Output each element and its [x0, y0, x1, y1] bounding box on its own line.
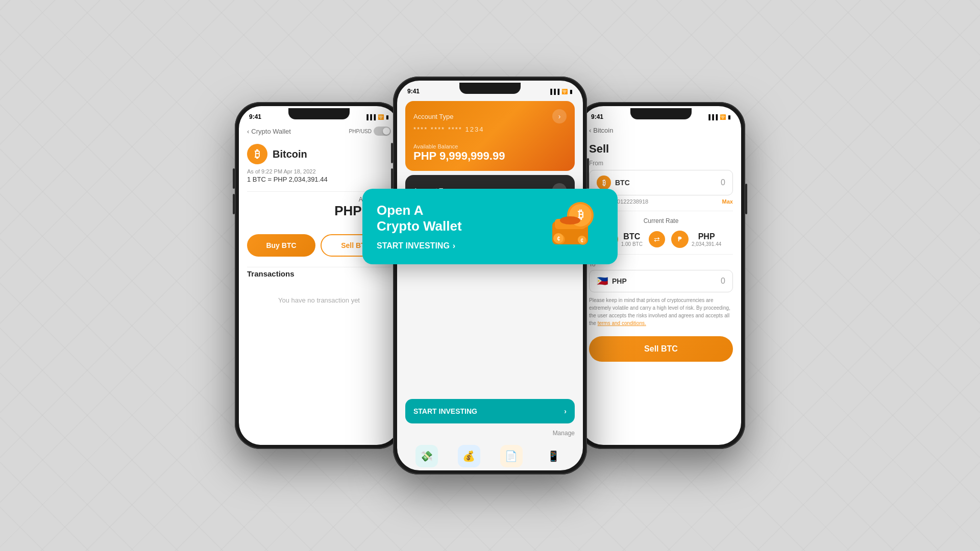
sell-btc-button-right[interactable]: Sell BTC [589, 336, 733, 362]
back-button-left[interactable]: ‹ Crypto Wallet [247, 128, 291, 135]
quick-actions: 💸 SendMoney 💰 ReceiveMoney 📄 PayBills [405, 441, 575, 470]
signal-icon-r: ▐▐▐ [707, 114, 718, 120]
wifi-icon: 🛜 [378, 114, 384, 120]
bills-icon: 📄 [500, 445, 523, 467]
from-label: From [581, 158, 741, 170]
swap-icon[interactable]: ⇄ [649, 231, 665, 247]
disclaimer-text: Please keep in mind that prices of crypt… [589, 296, 733, 327]
transactions-title: Transactions [247, 269, 391, 278]
right-phone: 9:41 ▐▐▐ 🛜 ▮ ‹ Bitcoin Sell From [577, 102, 745, 449]
btc-input-icon: ₿ [597, 176, 611, 190]
toggle-label: PHP/USD [349, 129, 372, 134]
nav-bar-left: ‹ Crypto Wallet PHP/USD [239, 122, 399, 140]
card1-account-num: **** **** **** 1234 [413, 126, 567, 133]
quick-action-send[interactable]: 💸 SendMoney [415, 445, 438, 470]
terms-link[interactable]: terms and conditions. [598, 320, 646, 326]
status-icons-left: ▐▐▐ 🛜 ▮ [365, 114, 389, 120]
chevron-left-icon-r: ‹ [589, 127, 591, 134]
buy-btc-button[interactable]: Buy BTC [247, 234, 315, 257]
currency-toggle-container[interactable]: PHP/USD [349, 127, 391, 136]
btc-rate: 1 BTC = PHP 2,034,391.44 [239, 176, 399, 189]
orange-card[interactable]: Account Type › **** **** **** 1234 Avail… [405, 101, 575, 171]
quick-action-bills[interactable]: 📄 PayBills [500, 445, 523, 470]
banner-arrow-small: › [564, 407, 567, 415]
center-phone-screen: 9:41 ▐▐▐ 🛜 ▮ Account Type › **** **** **… [397, 81, 583, 470]
status-icons-center: ▐▐▐ 🛜 ▮ [549, 89, 573, 94]
card1-balance-value: PHP 9,999,999.99 [413, 149, 567, 163]
php-input-field[interactable]: 🇵🇭 PHP 0 [589, 270, 733, 292]
center-phone: 9:41 ▐▐▐ 🛜 ▮ Account Type › **** **** **… [393, 77, 587, 474]
btc-icon: ₿ [247, 144, 267, 164]
wifi-icon-r: 🛜 [720, 114, 726, 120]
rate-php: ₱ PHP 2,034,391.44 [671, 231, 721, 248]
load-icon: 📱 [543, 445, 565, 467]
rate-php-label: PHP [692, 232, 721, 241]
banner-bitcoin-icon: ₿ ₵ ₵ [542, 201, 603, 252]
transactions-section: Transactions You have no transaction yet [239, 269, 399, 314]
status-time-center: 9:41 [407, 88, 420, 95]
svg-text:₵: ₵ [557, 236, 560, 241]
left-phone: 9:41 ▐▐▐ 🛜 ▮ ‹ Crypto Wallet PHP/USD [235, 102, 403, 449]
max-button[interactable]: Max [722, 198, 733, 205]
card1-chevron[interactable]: › [552, 109, 567, 123]
rate-php-icon: ₱ [671, 231, 689, 248]
nav-title-right: Bitcoin [593, 127, 613, 134]
nav-bar-right: ‹ Bitcoin [581, 122, 741, 138]
battery-icon-c: ▮ [570, 89, 573, 94]
quick-action-load[interactable]: 📱 BuyLoad [543, 445, 565, 470]
phone-notch-center [459, 83, 521, 94]
php-flag-icon: 🇵🇭 [597, 276, 608, 287]
btc-name: Bitcoin [273, 148, 307, 160]
phone-notch-right [630, 108, 692, 119]
crypto-banner-small[interactable]: START INVESTING › [405, 399, 575, 423]
banner-arrow-icon: › [453, 241, 455, 251]
signal-icon-c: ▐▐▐ [549, 89, 559, 94]
rate-btc-sub: 1.00 BTC [621, 241, 643, 247]
btc-input-value: 0 [721, 178, 725, 187]
battery-icon: ▮ [386, 114, 389, 120]
svg-point-5 [560, 216, 580, 224]
signal-icon: ▐▐▐ [365, 114, 376, 120]
currency-toggle[interactable] [374, 127, 391, 136]
receive-icon: 💰 [458, 445, 480, 467]
chevron-left-icon: ‹ [247, 128, 249, 135]
battery-icon-r: ▮ [728, 114, 731, 120]
btc-date: As of 9:22 PM Apr 18, 2022 [239, 168, 399, 176]
right-phone-screen: 9:41 ▐▐▐ 🛜 ▮ ‹ Bitcoin Sell From [581, 106, 741, 445]
card1-balance-label: Available Balance [413, 143, 567, 149]
quick-action-receive[interactable]: 💰 ReceiveMoney [458, 445, 480, 470]
nav-title-left: Crypto Wallet [251, 128, 291, 135]
left-phone-screen: 9:41 ▐▐▐ 🛜 ▮ ‹ Crypto Wallet PHP/USD [239, 106, 399, 445]
crypto-wallet-banner[interactable]: Open A Crypto Wallet START INVESTING › ₿… [362, 189, 618, 264]
status-time-left: 9:41 [249, 113, 261, 120]
svg-text:₵: ₵ [580, 238, 583, 243]
send-icon: 💸 [415, 445, 438, 467]
card1-account-type: Account Type › [413, 109, 567, 123]
banner-text: Open A Crypto Wallet START INVESTING › [377, 203, 462, 251]
back-button-right[interactable]: ‹ Bitcoin [589, 127, 613, 134]
banner-heading: Open A Crypto Wallet [377, 203, 462, 234]
status-icons-right: ▐▐▐ 🛜 ▮ [707, 114, 731, 120]
sell-title: Sell [581, 138, 741, 158]
rate-btc-label: BTC [621, 232, 643, 241]
wifi-icon-c: 🛜 [561, 89, 568, 94]
banner-cta-small: START INVESTING [413, 407, 477, 415]
btc-header: ₿ Bitcoin [239, 140, 399, 168]
php-input-currency: PHP [612, 277, 627, 285]
banner-cta-button[interactable]: START INVESTING › [377, 241, 462, 251]
php-input-value: 0 [721, 277, 725, 286]
phone-notch-left [288, 108, 350, 119]
manage-label: Manage [405, 430, 575, 437]
btc-input-currency: BTC [615, 179, 630, 187]
rate-php-value: 2,034,391.44 [692, 241, 721, 247]
no-transaction-text: You have no transaction yet [247, 286, 391, 314]
status-time-right: 9:41 [591, 113, 603, 120]
